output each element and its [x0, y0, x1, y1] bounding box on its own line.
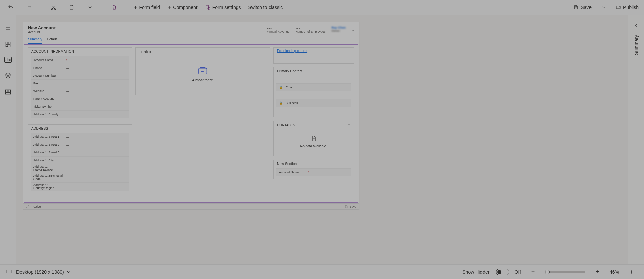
form-field-row[interactable]: Parent Account---	[31, 95, 129, 103]
chevron-down-icon	[601, 4, 607, 10]
lock-icon: 🔒	[279, 101, 283, 105]
form-libraries-button[interactable]	[4, 88, 12, 96]
primary-contact-label: Primary Contact	[274, 67, 354, 75]
section-timeline[interactable]: Timeline Almost there	[135, 47, 270, 95]
svg-point-15	[201, 71, 202, 72]
field-label: Address 1: Street 3	[33, 151, 64, 154]
monitor-icon	[6, 269, 12, 275]
tab-body-selected[interactable]: ACCOUNT INFORMATION Account Name*---Phon…	[24, 44, 358, 203]
show-hidden-value: Off	[515, 269, 521, 275]
redo-button[interactable]	[22, 2, 36, 13]
form-field-row[interactable]: Account Name*---	[31, 56, 129, 64]
zoom-out-button[interactable]: −	[526, 267, 540, 277]
form-field-row[interactable]: Address 1: ZIP/Postal Code---	[31, 173, 129, 182]
components-button[interactable]	[4, 40, 12, 48]
section-new-section[interactable]: New Section Account Name * ---	[273, 160, 354, 179]
header-field-num-employees[interactable]: --- Number of Employees	[295, 26, 325, 33]
section-account-information[interactable]: ACCOUNT INFORMATION Account Name*---Phon…	[28, 47, 132, 121]
hamburger-button[interactable]	[4, 24, 12, 32]
fields-button[interactable]: Abc	[4, 57, 12, 63]
form-field-row[interactable]: Fax---	[31, 79, 129, 87]
section-error-control[interactable]: Error loading control	[273, 47, 354, 64]
command-bar-right: Save Publish	[572, 2, 640, 13]
canvas[interactable]: New Account Account --- Annual Revenue -…	[16, 15, 628, 264]
field-new-section-account-name[interactable]: Account Name * ---	[276, 168, 351, 176]
form-column-2: Timeline Almost there	[135, 47, 270, 200]
form-field-row[interactable]: Address 1: County---	[31, 110, 129, 118]
show-hidden-toggle[interactable]	[496, 269, 509, 275]
svg-rect-10	[6, 90, 8, 92]
cut-button[interactable]	[47, 2, 60, 13]
paste-dropdown-button[interactable]	[83, 2, 97, 13]
field-primary-contact-value[interactable]: ---	[276, 76, 351, 83]
form-field-row[interactable]: Address 1: Street 1---	[31, 133, 129, 141]
expand-panel-button[interactable]	[634, 23, 639, 30]
svg-point-18	[631, 271, 632, 272]
zoom-slider[interactable]	[545, 271, 585, 273]
add-form-field-button[interactable]: Form field	[132, 2, 162, 13]
form-title: New Account	[28, 25, 56, 30]
form-field-row[interactable]: Address 1: Street 2---	[31, 141, 129, 149]
tab-details[interactable]: Details	[47, 35, 58, 44]
form-field-row[interactable]: Ticker Symbol---	[31, 103, 129, 110]
form-field-row[interactable]: Address 1: City---	[31, 156, 129, 164]
field-primary-contact-business[interactable]: 🔒 Business	[276, 99, 351, 107]
property-panel-title: Summary	[634, 35, 639, 55]
section-primary-contact[interactable]: Primary Contact --- 🔒 Email	[273, 67, 354, 117]
paste-button[interactable]	[65, 2, 78, 13]
form-field-row[interactable]: Phone---	[31, 64, 129, 72]
field-label: Address 1: State/Province	[33, 165, 64, 172]
error-loading-control-link[interactable]: Error loading control	[274, 48, 311, 54]
contacts-no-data-msg: No data available.	[300, 144, 327, 148]
field-value: ---	[66, 135, 69, 139]
field-value: ---	[66, 97, 69, 101]
form-preview-frame: New Account Account --- Annual Revenue -…	[23, 22, 359, 210]
form-header-right: --- Annual Revenue --- Number of Employe…	[267, 26, 354, 33]
header-field-annual-revenue[interactable]: --- Annual Revenue	[267, 26, 290, 33]
form-footer-strip: Active Save	[23, 203, 359, 209]
tab-summary[interactable]: Summary	[28, 35, 42, 44]
delete-button[interactable]	[108, 2, 121, 13]
zoom-value: 46%	[610, 269, 619, 275]
section-contacts[interactable]: CONTACTS ⋮ No data available.	[273, 121, 354, 156]
form-field-row[interactable]: Account Number---	[31, 72, 129, 79]
undo-button[interactable]	[4, 2, 17, 13]
form-footer-save-label: Save	[349, 205, 356, 208]
text-field-icon: Abc	[5, 58, 11, 62]
chevron-down-icon	[87, 4, 93, 10]
fit-to-screen-button[interactable]	[624, 267, 638, 277]
header-field-owner[interactable]: Ray Chen Owner	[331, 26, 346, 33]
form-field-row[interactable]: Address 1: State/Province---	[31, 164, 129, 173]
form-field-row[interactable]: Address 1: Country/Region---	[31, 182, 129, 191]
form-field-row[interactable]: Website---	[31, 87, 129, 95]
fit-icon	[628, 269, 634, 275]
form-field-row[interactable]: Address 1: Street 3---	[31, 149, 129, 156]
field-value: ---	[66, 185, 69, 189]
publish-icon	[616, 5, 621, 10]
document-icon	[311, 135, 317, 142]
section-title: ADDRESS	[28, 125, 132, 132]
section-address[interactable]: ADDRESS Address 1: Street 1---Address 1:…	[28, 124, 132, 194]
contacts-overflow-button[interactable]: ⋮	[347, 123, 350, 127]
save-icon[interactable]	[345, 205, 348, 208]
publish-button[interactable]: Publish	[614, 2, 640, 13]
form-settings-button[interactable]: Form settings	[204, 2, 242, 13]
add-component-button[interactable]: Component	[166, 2, 199, 13]
resolution-dropdown[interactable]: Desktop (1920 x 1080)	[15, 267, 73, 277]
expand-icon[interactable]	[26, 205, 29, 208]
save-button[interactable]: Save	[572, 2, 593, 13]
switch-classic-button[interactable]: Switch to classic	[247, 2, 284, 13]
component-label: Component	[173, 5, 197, 10]
svg-rect-11	[8, 90, 11, 92]
field-value: ---	[66, 151, 69, 155]
field-value: ---	[66, 66, 69, 70]
switch-classic-label: Switch to classic	[248, 5, 283, 10]
field-primary-contact-email[interactable]: 🔒 Email	[276, 83, 351, 91]
svg-rect-6	[616, 6, 620, 9]
header-chevron-button[interactable]: ⌄	[352, 28, 354, 32]
zoom-in-button[interactable]: +	[591, 267, 604, 277]
tree-view-button[interactable]	[4, 71, 12, 79]
save-dropdown-button[interactable]	[597, 2, 610, 13]
field-label: Phone	[33, 66, 64, 70]
svg-rect-7	[6, 42, 8, 44]
